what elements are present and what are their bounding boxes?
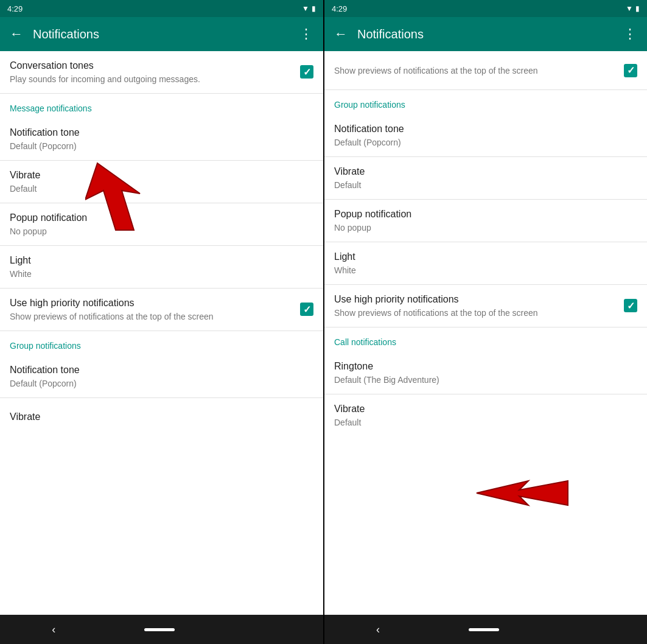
left-group-vibrate-title: Vibrate xyxy=(10,411,313,424)
right-show-previews-text: Show previews of notifications at the to… xyxy=(334,65,624,76)
right-nav-home[interactable] xyxy=(469,628,499,631)
left-more-button[interactable]: ⋮ xyxy=(299,26,313,42)
left-high-priority-subtitle: Show previews of notifications at the to… xyxy=(10,311,300,322)
left-high-priority[interactable]: Use high priority notifications Show pre… xyxy=(0,289,323,331)
left-high-priority-title: Use high priority notifications xyxy=(10,297,300,310)
left-nav-back[interactable]: ‹ xyxy=(37,618,70,641)
left-popup-notification[interactable]: Popup notification No popup xyxy=(0,203,323,246)
left-vibrate[interactable]: Vibrate Default xyxy=(0,161,323,203)
right-group-light[interactable]: Light White xyxy=(324,242,647,285)
right-call-vibrate[interactable]: Vibrate Default xyxy=(324,394,647,436)
right-group-popup-title: Popup notification xyxy=(334,208,637,221)
left-nav-home[interactable] xyxy=(144,628,175,631)
left-group-notification-tone-title: Notification tone xyxy=(10,364,313,377)
right-status-bar: 4:29 ▼ ▮ xyxy=(324,0,647,17)
left-message-notifications-header: Message notifications xyxy=(0,94,323,118)
left-notification-tone-subtitle: Default (Popcorn) xyxy=(10,141,313,152)
right-nav-bar: ‹ xyxy=(324,615,647,644)
right-group-light-title: Light xyxy=(334,251,637,264)
right-group-notification-tone[interactable]: Notification tone Default (Popcorn) xyxy=(324,114,647,157)
left-nav-bar: ‹ xyxy=(0,615,323,644)
right-show-previews[interactable]: Show previews of notifications at the to… xyxy=(324,51,647,90)
right-group-notifications-header: Group notifications xyxy=(324,90,647,114)
right-call-notifications-header: Call notifications xyxy=(324,327,647,352)
right-call-vibrate-subtitle: Default xyxy=(334,417,637,428)
right-ringtone-title: Ringtone xyxy=(334,360,637,373)
wifi-icon: ▼ xyxy=(302,4,309,13)
right-content: Show previews of notifications at the to… xyxy=(324,51,647,615)
right-high-priority-title: Use high priority notifications xyxy=(334,293,624,306)
right-group-popup[interactable]: Popup notification No popup xyxy=(324,200,647,242)
left-group-vibrate[interactable]: Vibrate xyxy=(0,398,323,437)
right-status-icons: ▼ ▮ xyxy=(626,4,640,13)
left-notification-tone-title: Notification tone xyxy=(10,127,313,139)
left-conversation-tones-title: Conversation tones xyxy=(10,60,300,72)
right-back-button[interactable]: ← xyxy=(334,26,348,42)
right-ringtone[interactable]: Ringtone Default (The Big Adventure) xyxy=(324,352,647,394)
left-popup-notification-title: Popup notification xyxy=(10,212,313,225)
right-panel: 4:29 ▼ ▮ ← Notifications ⋮ Show previews… xyxy=(323,0,647,644)
left-group-notification-tone-subtitle: Default (Popcorn) xyxy=(10,378,313,389)
left-conversation-tones-checkbox[interactable] xyxy=(300,65,313,79)
right-more-button[interactable]: ⋮ xyxy=(623,26,637,42)
right-group-notification-tone-subtitle: Default (Popcorn) xyxy=(334,137,637,148)
right-toolbar: ← Notifications ⋮ xyxy=(324,17,647,51)
right-call-vibrate-title: Vibrate xyxy=(334,403,637,416)
right-group-vibrate-title: Vibrate xyxy=(334,166,637,178)
left-toolbar: ← Notifications ⋮ xyxy=(0,17,323,51)
left-conversation-tones-subtitle: Play sounds for incoming and outgoing me… xyxy=(10,74,300,85)
right-battery-icon: ▮ xyxy=(635,4,640,13)
right-group-notification-tone-title: Notification tone xyxy=(334,123,637,136)
right-group-light-subtitle: White xyxy=(334,265,637,276)
left-panel: 4:29 ▼ ▮ ← Notifications ⋮ Conversation … xyxy=(0,0,323,644)
right-toolbar-title: Notifications xyxy=(357,27,614,41)
right-time: 4:29 xyxy=(332,4,347,13)
right-high-priority[interactable]: Use high priority notifications Show pre… xyxy=(324,285,647,327)
left-light-subtitle: White xyxy=(10,268,313,279)
left-status-bar: 4:29 ▼ ▮ xyxy=(0,0,323,17)
left-status-icons: ▼ ▮ xyxy=(302,4,316,13)
right-nav-back[interactable]: ‹ xyxy=(362,618,394,641)
left-group-notification-tone[interactable]: Notification tone Default (Popcorn) xyxy=(0,355,323,398)
left-vibrate-title: Vibrate xyxy=(10,169,313,182)
left-light[interactable]: Light White xyxy=(0,246,323,289)
left-group-notifications-header: Group notifications xyxy=(0,331,323,355)
battery-icon: ▮ xyxy=(312,4,316,13)
right-high-priority-subtitle: Show previews of notifications at the to… xyxy=(334,307,624,318)
right-high-priority-checkbox[interactable] xyxy=(624,299,637,312)
right-group-vibrate[interactable]: Vibrate Default xyxy=(324,157,647,200)
right-ringtone-subtitle: Default (The Big Adventure) xyxy=(334,374,637,385)
right-show-previews-checkbox[interactable] xyxy=(624,64,637,77)
left-notification-tone[interactable]: Notification tone Default (Popcorn) xyxy=(0,118,323,161)
right-wifi-icon: ▼ xyxy=(626,4,633,13)
left-light-title: Light xyxy=(10,254,313,267)
left-popup-notification-subtitle: No popup xyxy=(10,226,313,237)
right-group-popup-subtitle: No popup xyxy=(334,222,637,233)
left-back-button[interactable]: ← xyxy=(10,26,23,42)
left-time: 4:29 xyxy=(7,4,23,13)
left-conversation-tones[interactable]: Conversation tones Play sounds for incom… xyxy=(0,51,323,94)
left-high-priority-checkbox[interactable] xyxy=(300,303,313,316)
left-vibrate-subtitle: Default xyxy=(10,183,313,194)
right-group-vibrate-subtitle: Default xyxy=(334,180,637,191)
left-content: Conversation tones Play sounds for incom… xyxy=(0,51,323,615)
left-toolbar-title: Notifications xyxy=(33,27,290,41)
